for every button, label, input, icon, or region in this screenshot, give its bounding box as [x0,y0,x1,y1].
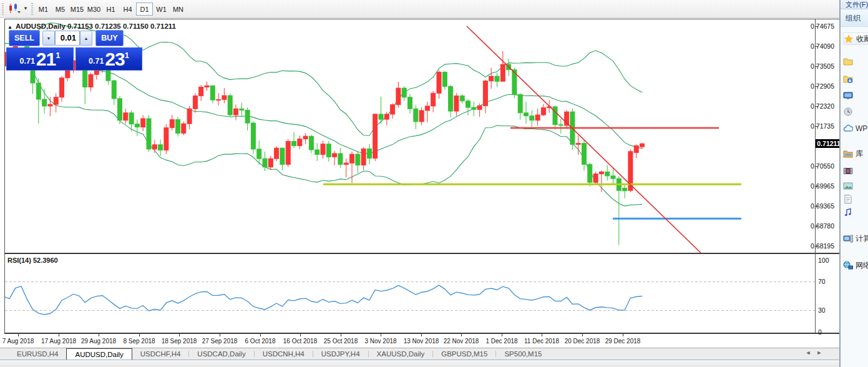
candle [321,144,325,155]
chart-tab-audusd[interactable]: AUDUSD,Daily [66,348,132,360]
candle [460,96,464,101]
time-axis-tick [381,334,381,336]
sidebar-item-documents[interactable] [843,193,868,205]
rsi-axis-label: 70 [818,278,837,285]
candle [379,114,383,119]
one-click-collapse-icon[interactable]: ▲ [7,24,12,30]
timeframe-button-h4[interactable]: H4 [119,2,136,16]
time-axis-label: 11 Dec 2018 [519,338,564,345]
candle [489,76,494,81]
candle [210,86,215,100]
explorer-menu-file[interactable]: 文件(F) [841,0,868,9]
time-axis-tick [220,334,220,336]
candle [344,163,348,164]
tabs-scroll-left[interactable]: ◄ [804,350,812,356]
timeframe-button-m15[interactable]: M15 [69,2,85,16]
time-axis-label: 16 Oct 2018 [278,338,323,345]
folder-icon [843,56,854,66]
timeframe-button-h1[interactable]: H1 [102,2,119,16]
price-axis-label: 0.70550 [806,162,834,170]
volume-input[interactable]: 0.01 [55,31,80,46]
sell-price-big: 21 [36,50,56,69]
time-axis-label: 17 Aug 2018 [36,338,81,345]
sidebar-item-favorites[interactable]: 收藏夹 [843,32,868,45]
chart-tab-usdjpy[interactable]: USDJPY,H4 [313,348,368,360]
sell-price-panel[interactable]: 0.71 21 1 [6,47,74,71]
chart-mode-button[interactable] [6,2,22,16]
timeframe-button-m5[interactable]: M5 [52,2,69,16]
candle [135,124,139,127]
time-axis-label: 20 Dec 2018 [560,338,605,345]
pane-divider[interactable] [4,253,839,254]
sell-price-pip: 1 [56,51,60,60]
candle [292,141,296,145]
sell-button[interactable]: SELL [9,30,40,46]
time-axis-tick [300,334,301,336]
chart-tab-eurusd[interactable]: EURUSD,H4 [9,348,66,360]
buy-button[interactable]: BUY [95,30,124,46]
volume-decrease-button[interactable]: ▼ [42,31,55,46]
volume-increase-button[interactable]: ▲ [80,31,92,46]
sidebar-item-pictures[interactable] [843,180,868,192]
chart-tab-usdcnh[interactable]: USDCNH,H4 [255,348,313,360]
current-price-tag: 0.71211 [816,139,842,148]
folder-download-icon [843,74,854,84]
sidebar-item-libraries[interactable]: 库 [843,147,868,160]
candle [268,159,273,167]
rsi-label: RSI(14) 52.3960 [7,257,58,264]
chart-tab-xauusd[interactable]: XAUUSD,Daily [369,348,433,360]
price-axis-label: 0.71735 [806,122,834,130]
candle [251,123,255,149]
chart-tab-usdcad[interactable]: USDCAD,Daily [189,348,253,360]
candle [54,97,58,104]
sidebar-item-videos[interactable] [843,165,868,177]
sidebar-item-label: 网络 [856,260,868,271]
chart-mode-dropdown[interactable]: ▼ [23,6,31,13]
sidebar-item-music[interactable] [843,206,868,218]
sidebar-item-label: WPS [856,124,868,133]
candle [483,81,487,106]
candle [477,105,482,109]
timeframe-button-d1[interactable]: D1 [136,2,153,16]
candle [222,95,227,100]
price-axis-label: 0.72320 [806,102,834,110]
candle [449,86,453,111]
explorer-organize-button[interactable]: 组织 [841,9,868,27]
timeframe-button-m1[interactable]: M1 [35,2,52,16]
sidebar-item-desktop[interactable] [843,89,868,102]
candle [541,108,545,115]
sidebar-item-computer[interactable]: 计算机 [843,232,868,245]
desktop-icon [843,91,854,100]
candle [425,106,429,110]
chart-tab-gbpusd[interactable]: GBPUSD,M15 [433,348,495,360]
candle [199,87,203,96]
sidebar-item-folder[interactable] [843,55,868,67]
candle [361,149,366,165]
sidebar-item-wps-cloud[interactable]: WPS [843,122,868,135]
sidebar-item-recent-places[interactable] [843,105,868,118]
rsi-indicator-pane[interactable] [5,255,815,333]
candle [408,97,412,109]
candle [89,74,93,87]
picture-icon [843,181,854,191]
tabs-scroll-right[interactable]: ► [815,350,824,356]
timeframe-button-mn[interactable]: MN [170,2,187,16]
candle [367,149,371,158]
timeframe-button-w1[interactable]: W1 [153,2,170,16]
candle [640,144,645,147]
candle [611,176,615,179]
candle [391,105,395,114]
chart-tab-sp500[interactable]: SP500,M15 [496,348,550,360]
time-axis-label: 29 Dec 2018 [600,338,645,345]
timeframe-toolbar: ▼ M1M5M15M30H1H4D1W1MN [0,0,839,18]
chart-mode-icon [7,2,22,15]
timeframe-button-m30[interactable]: M30 [85,2,102,16]
buy-price-panel[interactable]: 0.71 23 1 [76,47,142,71]
time-axis-label: 6 Oct 2018 [238,338,283,345]
sidebar-item-network[interactable]: 网络 [843,259,868,272]
chart-tab-usdchf[interactable]: USDCHF,H4 [132,348,189,360]
sidebar-item-downloads[interactable] [843,72,868,85]
candle [141,119,145,127]
toolbar-grip[interactable] [2,3,4,15]
candle [535,115,540,120]
